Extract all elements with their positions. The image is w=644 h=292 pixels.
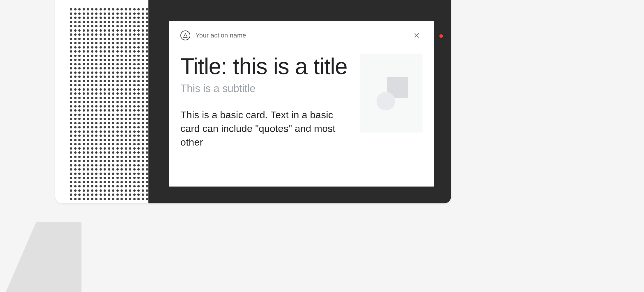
basic-card: Your action name Title: this is a title …: [169, 21, 434, 187]
image-placeholder-icon: [360, 54, 423, 132]
material-logo-icon: [180, 31, 190, 40]
card-title: Title: this is a title: [180, 54, 348, 78]
card-image-column: [360, 54, 423, 149]
close-button[interactable]: [411, 30, 423, 41]
close-icon: [413, 32, 420, 39]
speaker-grille: [55, 0, 148, 203]
screen-frame: Your action name Title: this is a title …: [148, 0, 451, 203]
stage: Your action name Title: this is a title …: [0, 0, 644, 292]
action-name-label: Your action name: [196, 32, 246, 39]
card-body-text: This is a basic card. Text in a basic ca…: [180, 108, 348, 149]
card-body: Title: this is a title This is a subtitl…: [169, 45, 434, 149]
card-header: Your action name: [169, 21, 434, 45]
card-text-column: Title: this is a title This is a subtitl…: [180, 54, 348, 149]
smart-display-device: Your action name Title: this is a title …: [55, 0, 451, 203]
device-stand: [6, 222, 81, 292]
card-subtitle: This is a subtitle: [180, 83, 348, 95]
led-indicator: [439, 34, 443, 38]
